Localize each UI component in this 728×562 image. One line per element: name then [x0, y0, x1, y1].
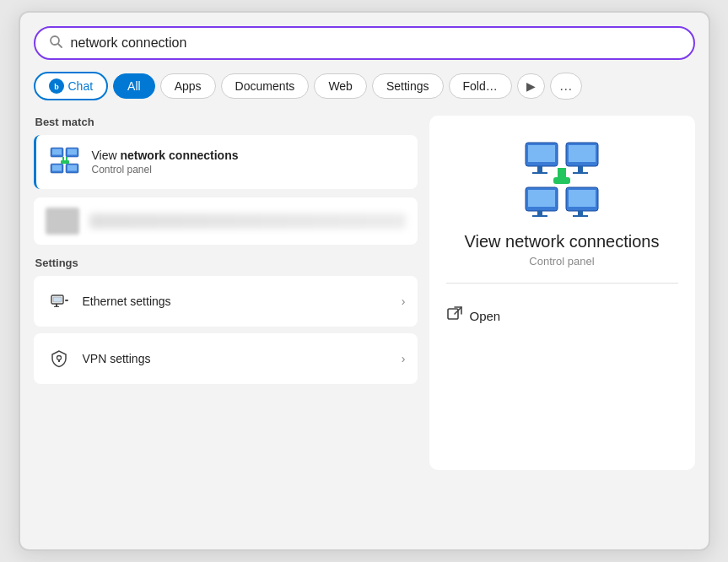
tab-apps[interactable]: Apps [160, 73, 216, 99]
svg-rect-25 [532, 172, 547, 174]
right-panel: View network connections Control panel O… [429, 116, 695, 470]
more-results-play-button[interactable]: ▶ [517, 73, 545, 99]
filter-row: b Chat All Apps Documents Web Settings F… [34, 72, 695, 100]
tab-settings-label: Settings [386, 79, 429, 93]
tab-web[interactable]: Web [314, 73, 367, 99]
tab-chat[interactable]: b Chat [34, 72, 109, 100]
svg-rect-37 [573, 215, 588, 217]
vpn-settings-label: VPN settings [83, 352, 391, 365]
tab-folders-label: Fold… [463, 79, 498, 93]
blurred-result-item[interactable] [34, 197, 418, 245]
svg-rect-17 [56, 304, 57, 306]
ethernet-settings-item[interactable]: Ethernet settings › [34, 276, 418, 327]
best-match-text: View network connections Control panel [92, 149, 239, 176]
search-icon [49, 35, 62, 51]
svg-rect-39 [558, 168, 562, 178]
settings-section: Settings Ethernet settings › [34, 257, 418, 384]
svg-rect-16 [53, 297, 62, 302]
svg-rect-19 [65, 300, 68, 301]
ethernet-chevron-icon: › [402, 295, 406, 308]
tab-settings[interactable]: Settings [372, 73, 444, 99]
svg-line-1 [58, 44, 62, 47]
tab-all[interactable]: All [113, 73, 155, 99]
right-panel-title: View network connections [465, 232, 660, 251]
title-bold: network connections [120, 149, 238, 162]
left-panel: Best match [34, 116, 418, 470]
right-panel-divider [446, 283, 678, 284]
network-connections-icon-small [48, 145, 82, 179]
tab-web-label: Web [328, 79, 353, 93]
svg-rect-40 [562, 168, 566, 178]
svg-rect-24 [537, 166, 542, 172]
svg-rect-27 [569, 145, 596, 162]
network-connections-large-icon [524, 141, 600, 220]
svg-rect-38 [553, 177, 570, 184]
svg-text:b: b [54, 82, 59, 91]
tab-apps-label: Apps [175, 79, 202, 93]
search-input[interactable] [71, 35, 680, 51]
best-match-item[interactable]: View network connections Control panel [34, 135, 418, 189]
vpn-settings-item[interactable]: VPN settings › [34, 333, 418, 384]
svg-rect-23 [528, 145, 555, 162]
open-external-icon [446, 305, 463, 327]
open-label: Open [470, 309, 501, 323]
blurred-icon [46, 208, 79, 235]
svg-point-20 [57, 356, 61, 360]
svg-rect-11 [67, 165, 77, 171]
best-match-title: View network connections [92, 149, 239, 162]
bing-chat-icon: b [49, 78, 64, 94]
tab-all-label: All [127, 79, 141, 93]
svg-rect-14 [66, 157, 67, 161]
best-match-label: Best match [34, 116, 418, 128]
svg-rect-35 [569, 190, 596, 207]
blurred-content [89, 213, 406, 229]
tab-documents[interactable]: Documents [221, 73, 310, 99]
svg-rect-5 [52, 149, 62, 155]
ethernet-settings-label: Ethernet settings [83, 295, 391, 308]
svg-rect-36 [578, 211, 583, 215]
svg-rect-31 [528, 190, 555, 207]
search-window: b Chat All Apps Documents Web Settings F… [19, 11, 710, 551]
vpn-chevron-icon: › [402, 352, 406, 365]
svg-rect-12 [61, 160, 69, 164]
search-bar[interactable] [34, 26, 695, 60]
best-match-subtitle: Control panel [92, 164, 239, 176]
svg-rect-28 [578, 166, 583, 172]
svg-rect-41 [448, 309, 458, 319]
open-button[interactable]: Open [446, 299, 678, 333]
svg-rect-18 [54, 306, 59, 307]
tab-folders[interactable]: Fold… [449, 73, 512, 99]
svg-rect-32 [537, 211, 542, 215]
svg-rect-9 [52, 165, 62, 171]
svg-rect-13 [62, 157, 64, 161]
title-prefix: View [92, 149, 121, 162]
svg-rect-21 [58, 359, 60, 362]
tab-documents-label: Documents [235, 79, 295, 93]
svg-rect-7 [67, 149, 77, 155]
right-panel-subtitle: Control panel [529, 255, 594, 267]
settings-section-label: Settings [34, 257, 418, 269]
content-area: Best match [34, 116, 695, 470]
vpn-shield-icon [46, 345, 73, 372]
svg-rect-29 [573, 172, 588, 174]
ethernet-icon [46, 288, 73, 315]
more-tabs-button[interactable]: … [550, 73, 582, 100]
svg-rect-33 [532, 215, 547, 217]
tab-chat-label: Chat [68, 79, 94, 93]
